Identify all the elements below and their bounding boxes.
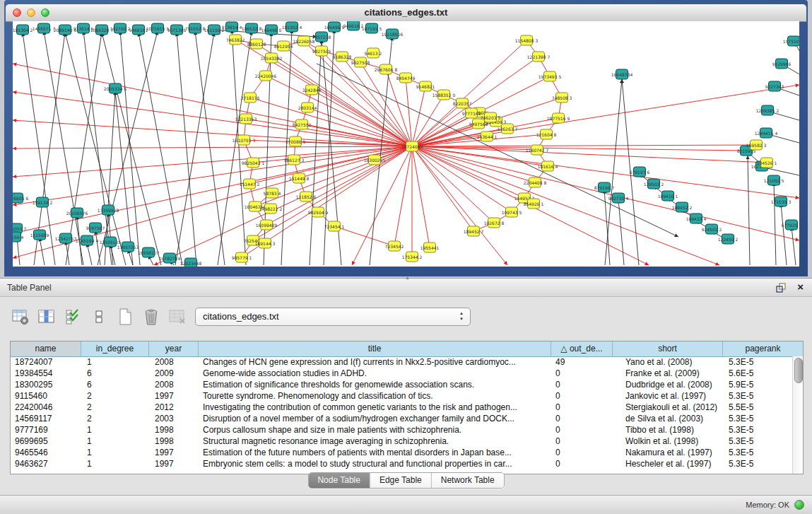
graph-node[interactable]: 15751074 xyxy=(783,36,799,46)
graph-node[interactable]: 16958107 xyxy=(138,247,160,257)
show-column-icon[interactable] xyxy=(37,308,56,326)
graph-node[interactable]: 986127 3 xyxy=(284,155,305,165)
graph-node[interactable]: 39159 4 xyxy=(13,232,24,242)
graph-node[interactable]: 1610755 3 xyxy=(233,135,256,145)
table-row[interactable]: 2242004622012Investigating the contribut… xyxy=(11,402,792,413)
graph-node[interactable]: 924501 2 xyxy=(702,224,722,234)
graph-node[interactable]: 723454 1 xyxy=(324,221,345,231)
table-row[interactable]: 1456911722003Disruption of a novel membe… xyxy=(11,413,792,424)
graph-node[interactable]: 1244415 4 xyxy=(755,128,778,138)
graph-node[interactable]: 151449 8 xyxy=(289,173,310,183)
graph-node[interactable]: 54613 2 xyxy=(365,48,382,58)
column-header-year[interactable]: year xyxy=(149,341,199,356)
graph-node[interactable]: 1405571 7 xyxy=(33,23,56,33)
select-all-checklist-icon[interactable] xyxy=(64,308,82,326)
graph-node[interactable]: 8427552 xyxy=(293,119,312,129)
table-selector-dropdown[interactable]: citations_edges.txt ▲▼ xyxy=(195,308,471,326)
graph-node[interactable]: 2204408 8 xyxy=(524,177,547,187)
table-row[interactable]: 969969511998Structural magnetic resonanc… xyxy=(11,436,792,447)
graph-node[interactable]: 181302 4 xyxy=(282,22,302,32)
graph-node[interactable]: 2803144 xyxy=(298,103,317,112)
graph-node[interactable]: 109433 4 xyxy=(686,214,707,223)
graph-node[interactable]: 1160742 7 xyxy=(526,145,549,155)
graph-node[interactable]: 2005334 6 xyxy=(104,83,127,93)
column-header-out_de[interactable]: △ out_de... xyxy=(551,341,613,356)
graph-node[interactable]: 985779 1 xyxy=(232,252,252,262)
graph-node[interactable]: 122450 2 xyxy=(718,234,739,244)
column-header-short[interactable]: short xyxy=(613,341,723,356)
graph-node[interactable]: 17359928 xyxy=(98,205,119,215)
graph-node[interactable]: 12342757 xyxy=(55,233,77,243)
graph-node[interactable]: 7357238 xyxy=(312,32,331,42)
graph-node[interactable]: 121092 5 xyxy=(764,175,784,185)
graph-node[interactable]: 1209385 2 xyxy=(756,105,779,115)
graph-node[interactable]: 102672 8 xyxy=(484,218,505,228)
graph-node[interactable]: 121604 8 xyxy=(536,129,557,139)
graph-node[interactable]: 748508 3 xyxy=(552,93,572,103)
graph-node[interactable]: 1071915 5 xyxy=(146,23,170,33)
graph-node[interactable]: 19218506 xyxy=(382,29,404,39)
graph-node[interactable]: 171035 3 xyxy=(771,197,792,206)
close-panel-icon[interactable]: × xyxy=(797,281,804,293)
graph-node[interactable]: 159134 2 xyxy=(33,197,53,207)
graph-node[interactable]: 109743 5 xyxy=(502,207,522,217)
graph-node[interactable]: 9097587 xyxy=(86,223,105,233)
graph-node[interactable]: 16543382 xyxy=(261,53,283,63)
tab-node-table[interactable]: Node Table xyxy=(308,473,370,488)
graph-node[interactable]: 9146821 xyxy=(416,81,435,91)
network-window-titlebar[interactable]: citations_edges.txt xyxy=(6,4,806,22)
delete-trash-icon[interactable] xyxy=(142,308,160,326)
new-file-icon[interactable] xyxy=(116,308,134,326)
graph-node[interactable]: 58783 4 xyxy=(264,188,281,198)
table-row[interactable]: 977716911998Corpus callosum shape and si… xyxy=(11,424,792,436)
table-row[interactable]: 911546021997Tourette syndrome. Phenomeno… xyxy=(11,390,792,402)
network-canvas[interactable]: 181304 21405571 72089140 6913014 5106532… xyxy=(13,21,799,267)
graph-node[interactable]: 1955441 xyxy=(420,243,440,252)
column-header-in_degree[interactable]: in_degree xyxy=(81,341,149,356)
graph-node[interactable]: 166496 9 xyxy=(324,22,345,32)
graph-node[interactable]: 2718176 xyxy=(241,93,260,103)
graph-node[interactable]: 139502 2 xyxy=(644,179,664,189)
graph-node[interactable]: 181304 2 xyxy=(13,25,33,35)
graph-node[interactable]: 9671385 xyxy=(167,25,187,35)
network-graph[interactable]: 181304 21405571 72089140 6913014 5106532… xyxy=(13,21,799,267)
graph-node[interactable]: 751552 8 xyxy=(185,23,206,33)
graph-node[interactable]: 8912954 xyxy=(274,41,293,51)
graph-node[interactable]: 109416 1 xyxy=(658,191,678,201)
graph-node[interactable]: 677925 2 xyxy=(782,220,799,230)
graph-node[interactable]: 9466161 xyxy=(129,25,148,35)
scrollbar-thumb[interactable] xyxy=(794,358,803,383)
column-header-name[interactable]: name xyxy=(11,341,81,356)
graph-node[interactable]: 1221398 7 xyxy=(527,52,551,62)
graph-node[interactable]: 1115689 xyxy=(30,230,49,240)
table-row[interactable]: 946362711997Embryonic stem cells: a mode… xyxy=(11,458,792,469)
graph-node[interactable]: 16099489 xyxy=(256,220,278,230)
table-row[interactable]: 1830029562008Estimation of significance … xyxy=(11,379,792,390)
split-handle-icon[interactable]: ▴ xyxy=(406,274,409,281)
graph-node[interactable]: 8186328 xyxy=(333,52,352,62)
table-scrollbar[interactable] xyxy=(792,356,803,474)
column-header-pagerank[interactable]: pagerank xyxy=(723,341,803,356)
graph-node[interactable]: 20206576 xyxy=(66,208,88,218)
graph-node[interactable]: 9129966 xyxy=(772,59,792,69)
tab-network-table[interactable]: Network Table xyxy=(432,473,504,488)
graph-node[interactable]: 12923448 xyxy=(180,258,202,267)
float-panel-icon[interactable] xyxy=(775,282,787,293)
table-row[interactable]: 1872400712008Changes of HCN gene express… xyxy=(11,356,792,368)
graph-node[interactable]: 16648784 xyxy=(611,69,633,79)
graph-node[interactable]: 7234542 xyxy=(385,241,404,251)
graph-node[interactable]: 189452 7 xyxy=(464,226,484,236)
table-row[interactable]: 946554611997Estimation of the future num… xyxy=(11,447,792,458)
graph-node[interactable]: 982504 9 xyxy=(308,207,329,217)
graph-node[interactable]: 175344 2 xyxy=(402,252,423,262)
graph-node[interactable]: 189452 2 xyxy=(672,202,693,212)
column-header-title[interactable]: title xyxy=(199,341,551,356)
graph-node[interactable]: 679197 6 xyxy=(630,167,650,177)
tab-edge-table[interactable]: Edge Table xyxy=(370,473,432,488)
table-settings-icon[interactable] xyxy=(11,308,30,326)
graph-node[interactable]: 1973493 5 xyxy=(539,71,562,81)
graph-node[interactable]: 2526605 6 xyxy=(13,193,28,203)
graph-node[interactable]: 107191 5 xyxy=(362,23,382,33)
graph-node[interactable]: 9827508 xyxy=(351,57,370,67)
graph-node[interactable]: 946616 2 xyxy=(343,21,364,30)
